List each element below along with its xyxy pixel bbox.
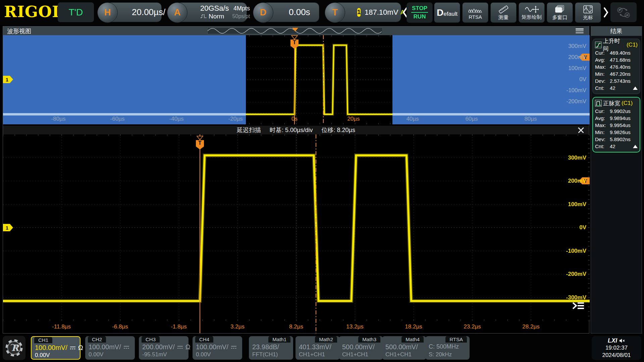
stat-value: 476.40ns (610, 64, 631, 70)
zoom-cursor-dashdot-line[interactable] (316, 134, 316, 333)
cursor-dashdot-line[interactable] (323, 35, 324, 124)
voltage-axis-label: 0V (579, 224, 586, 231)
measurement-card-pulsewidth[interactable]: 正脉宽 (C1) Cur:9.9902us Avg:9.9894us Max:9… (592, 97, 640, 153)
waveform-cycle-icon (615, 6, 632, 19)
time-axis-label: -20µs (228, 116, 243, 122)
math-box-math2[interactable]: Math2 401.33mV/ CH1+CH1 (296, 336, 340, 360)
rect-draw-label: 矩形绘制 (522, 14, 542, 20)
voltage-axis-label: 100mV (568, 201, 586, 208)
channel-box-ch4[interactable]: CH4 100.00mV/ 0.00V (193, 336, 242, 360)
time-axis-label: 60µs (465, 116, 478, 122)
results-panel: 结果 上升时间 (C1) Cur:469.40ns Avg:471.68ns M… (591, 26, 642, 334)
main-plot-area[interactable]: T 1 T -80µs-60µs-40µs-20µs0s20µs40µs60µs… (3, 35, 590, 124)
rtsa-span: S: 20kHz (429, 351, 452, 358)
rtsa-box[interactable]: RTSA C: 500MHz S: 20kHz (425, 336, 470, 360)
horizontal-scale-group[interactable]: 20.00µs/ H (97, 2, 162, 22)
zoom-trigger-position-line[interactable] (200, 134, 200, 333)
multi-window-label: 多窗口 (552, 14, 568, 20)
time-axis-label: 80µs (524, 116, 537, 122)
system-date: 2024/08/01 (592, 352, 641, 359)
delay-value[interactable]: 0.00s (289, 7, 310, 17)
math-box-math4[interactable]: Math4 500.00mV/ CH1+CH1 (382, 336, 426, 360)
gear-icon: R (5, 339, 23, 357)
voltage-axis-label: -100mV (566, 248, 586, 254)
time-axis-label: 23.2µs (464, 323, 481, 330)
trigger-knob[interactable]: T (325, 2, 345, 23)
math1-scale: 23.98dB/ (252, 343, 279, 351)
delayed-sweep-timebase[interactable]: 时基: 5.00µs/div (270, 126, 313, 134)
window-title: 波形视图 (7, 27, 31, 35)
bottom-status-bar: R CH1 100.00mV/ Ω 0.00V CH2 100.00mV/ 0.… (0, 335, 644, 362)
channel-box-ch3[interactable]: CH3 200.00mV/ Ω -95.51mV (139, 336, 189, 360)
cursor-button[interactable]: A B 光标 (575, 2, 601, 23)
waveform-move-icon (525, 5, 539, 13)
math3-scale: 500.00mV/ (342, 343, 375, 351)
chevron-right-icon[interactable] (602, 7, 609, 18)
math-box-math1[interactable]: Math1 23.98dB/ FFT(CH1) (249, 336, 293, 360)
voltage-axis-label: 300mV (568, 155, 586, 161)
disabled-refresh-tool-button[interactable] (610, 2, 637, 22)
delay-group[interactable]: 0.00s D (253, 2, 319, 22)
measurement-card-risetime[interactable]: 上升时间 (C1) Cur:469.40ns Avg:471.68ns Max:… (592, 39, 640, 94)
waveform-titlebar[interactable]: 波形视图 (3, 26, 589, 35)
channel-box-ch2[interactable]: CH2 100.00mV/ 0.00V (85, 336, 135, 360)
trigger-position-flag[interactable]: T (290, 35, 299, 49)
navigator-trigger-marker[interactable] (292, 28, 298, 32)
rtsa-button[interactable]: RTSA (462, 2, 488, 23)
math1-tab: Math1 (268, 336, 290, 343)
time-axis-label: -40µs (169, 116, 184, 122)
time-axis-label: -1.8µs (171, 323, 187, 330)
trigger-status-indicator[interactable]: T'D (58, 2, 94, 22)
stat-value: 9.9826us (610, 129, 631, 135)
math3-tab: Math3 (358, 336, 380, 343)
trigger-group[interactable]: 1 187.10mV A T (325, 2, 401, 22)
multi-window-button[interactable]: 多窗口 (547, 2, 573, 23)
system-status-box[interactable]: LXI 19:02:37 2024/08/01 (592, 336, 641, 360)
channel-box-ch1[interactable]: CH1 100.00mV/ Ω 0.00V (31, 336, 80, 360)
zoom-plot-area[interactable]: T 1 T -11.8µs-6.8µs-1.8µs3.2µs8.2µs13.2µ… (3, 134, 590, 333)
system-gear-logo[interactable]: R (3, 336, 25, 360)
measure-button[interactable]: 测量 (490, 2, 517, 23)
zoom-trigger-position-flag[interactable]: T (196, 136, 204, 149)
math2-tab: Math2 (315, 336, 337, 343)
positive-pulse-width-icon (595, 100, 602, 107)
trigger-source-badge[interactable]: 1 (357, 8, 361, 17)
voltage-axis-label: 300mV (568, 43, 586, 50)
run-label: RUN (414, 13, 426, 20)
stat-value: 471.68ns (610, 57, 631, 63)
stat-value: 469.40ns (610, 50, 631, 56)
trigger-level-value[interactable]: 187.10mV (365, 8, 398, 17)
horizontal-scale-value[interactable]: 20.00µs/ (132, 7, 165, 17)
rect-draw-button[interactable]: 矩形绘制 (519, 2, 545, 23)
default-button[interactable]: Default (434, 2, 460, 23)
stat-label: Cur: (595, 108, 610, 114)
ch3-scale: 200.00mV/ (142, 343, 175, 351)
math3-expression: CH1+CH1 (342, 351, 368, 358)
collapse-arrow-icon[interactable] (633, 145, 638, 148)
acquisition-group[interactable]: 20GSa/s Norm 4Mpts 50ps/pt A (167, 2, 247, 22)
horizontal-knob[interactable]: H (97, 2, 118, 23)
timebase-navigator[interactable] (207, 27, 383, 34)
math-box-math3[interactable]: Math3 500.00mV/ CH1+CH1 (339, 336, 383, 360)
stat-value: 5.8902ns (610, 136, 631, 142)
delayed-sweep-offset[interactable]: 位移: 8.20µs (322, 126, 355, 134)
delay-knob[interactable]: D (253, 2, 273, 23)
ch4-offset: 0.00V (196, 351, 211, 358)
measure-label: 测量 (498, 14, 508, 20)
stat-label: Cnt: (595, 143, 610, 149)
stat-label: Avg: (595, 57, 610, 63)
collapse-arrow-icon[interactable] (633, 86, 638, 90)
collapse-menu-icon[interactable] (572, 301, 585, 311)
speaker-muted-icon (619, 338, 625, 343)
cursor-icon: A B (583, 5, 593, 14)
dc-coupling-icon (177, 345, 183, 349)
acquisition-knob[interactable]: A (167, 2, 187, 23)
stat-label: Cnt: (595, 85, 610, 91)
waveform-window: 波形视图 T 1 T -80µs-60µs-40µs-20µs0s20µs40µ… (3, 26, 589, 334)
zoom-plot-canvas[interactable] (3, 134, 590, 321)
stat-value: 42 (610, 85, 615, 91)
close-icon[interactable] (578, 127, 584, 133)
menu-icon[interactable] (576, 28, 584, 33)
run-stop-button[interactable]: STOP RUN (407, 2, 433, 23)
results-header: 结果 (591, 26, 642, 36)
